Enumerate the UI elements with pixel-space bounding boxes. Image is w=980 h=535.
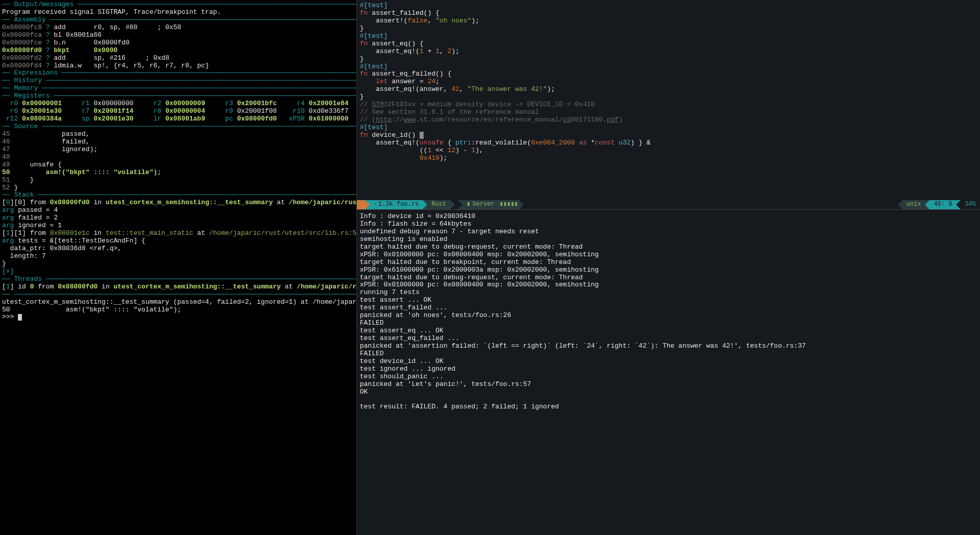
chevron-right-icon — [423, 200, 427, 209]
editor-line: #[test] — [360, 33, 977, 40]
editor-line: } — [360, 93, 977, 101]
output-text: Program received signal SIGTRAP, Trace/b… — [2, 9, 354, 16]
source-line: 51 } — [2, 177, 354, 184]
terminal-line — [360, 396, 977, 404]
editor-line: #[test] — [360, 124, 977, 132]
stack-var-len: length: 7 — [2, 253, 354, 260]
sl-encoding: unix — [902, 200, 925, 209]
chevron-right-icon — [519, 200, 524, 209]
editor-line: #[test] — [360, 63, 977, 71]
terminal-line: test assert_eq_failed ... — [360, 335, 977, 343]
stack-arg: arg ignored = 1 — [2, 222, 354, 230]
stack-var-close: } — [2, 260, 354, 268]
chevron-right-icon — [450, 200, 455, 209]
stack-frame-1: [1][1] from 0x08001e1c in test::test_mai… — [2, 230, 354, 237]
sl-position: 48: 0 — [929, 200, 956, 209]
terminal-line: xPSR: 0x01000000 pc: 0x08000400 msp: 0x2… — [360, 281, 977, 289]
sl-percent: 34% — [961, 200, 980, 209]
section-end-rule: ────────────────────────────────────────… — [2, 291, 354, 299]
chevron-right-icon — [365, 200, 370, 209]
openocd-terminal[interactable]: Info : device id = 0x20036410Info : flas… — [357, 209, 980, 535]
asm-line: 0x08000fca ? bl 0x8001a66 — [2, 32, 354, 39]
chevron-right-icon — [458, 200, 462, 209]
source-line: 50 asm!("bkpt" :::: "volatile"); — [2, 169, 354, 177]
terminal-line: panicked at 'assertion failed: `(left ==… — [360, 343, 977, 350]
source-line: 49 unsafe { — [2, 161, 354, 169]
stack-arg: arg failed = 2 — [2, 214, 354, 222]
source-line: 47 ignored); — [2, 146, 354, 154]
sl-server: ▮Server — [462, 200, 498, 209]
terminal-line: running 7 tests — [360, 289, 977, 297]
editor-line: fn assert_eq_failed() { — [360, 70, 977, 78]
sl-arrow-left — [357, 200, 365, 209]
asm-line: 0x08000fd0 ? bkpt 0x0000 — [2, 47, 354, 55]
terminal-line: FAILED — [360, 350, 977, 358]
section-history: History ────────────────────────────────… — [2, 77, 354, 85]
editor-line: fn device_id() — [360, 132, 977, 139]
editor-line: assert_eq!(unsafe { ptr::read_volatile(0… — [360, 139, 977, 147]
terminal-line: Info : flash size = 64kbytes — [360, 221, 977, 228]
editor-line: assert!(false, "oh noes"); — [360, 17, 977, 25]
editor-line: } — [360, 25, 977, 33]
chevron-left-icon — [956, 200, 961, 209]
terminal-line: semihosting is enabled — [360, 236, 977, 244]
section-stack: Stack ──────────────────────────────────… — [2, 191, 354, 199]
section-assembly: Assembly ───────────────────────────────… — [2, 16, 354, 24]
editor-line: // (http://www.st.com/resource/en/refere… — [360, 116, 977, 124]
editor-line: assert_eq!(1 + 1, 2); — [360, 48, 977, 56]
stack-arg: arg passed = 4 — [2, 207, 354, 214]
editor-line: #[test] — [360, 2, 977, 10]
terminal-line: Info : device id = 0x20036410 — [360, 213, 977, 221]
thread-row: [1] id 0 from 0x08000fd0 in utest_cortex… — [2, 283, 354, 291]
editor-line: fn assert_failed() { — [360, 10, 977, 17]
sl-lang: Rust — [427, 200, 450, 209]
section-output: Output/messages ────────────────────────… — [2, 1, 354, 9]
asm-line: 0x08000fce ? b.n 0x8000fd0 — [2, 39, 354, 47]
section-source: Source ─────────────────────────────────… — [2, 123, 354, 131]
gdb-dashboard: Output/messages ────────────────────────… — [0, 0, 356, 535]
right-pane: #[test]fn assert_failed() { assert!(fals… — [356, 0, 980, 535]
asm-line: 0x08000fd4 ? ldmia.w sp!, {r4, r5, r6, r… — [2, 62, 354, 70]
register-row: r0 0x00000001 r1 0x00000000 r2 0x0000000… — [2, 100, 354, 108]
terminal-line: test device_id ... OK — [360, 358, 977, 366]
editor-line: // See section 31.6.1 of the reference m… — [360, 109, 977, 116]
editor-line: } — [360, 56, 977, 63]
terminal-line: test result: FAILED. 4 passed; 2 failed;… — [360, 403, 977, 411]
register-row: r12 0x0800384a sp 0x20001e30 lr 0x08001a… — [2, 115, 354, 123]
source-line: 45 passed, — [2, 131, 354, 138]
editor-line: fn assert_eq() { — [360, 40, 977, 48]
terminal-line: test ignored ... ignored — [360, 366, 977, 373]
sl-indicators: ▮▮▮▮▮ — [499, 200, 519, 209]
terminal-line: target halted due to debug-request, curr… — [360, 274, 977, 282]
section-memory: Memory ─────────────────────────────────… — [2, 85, 354, 92]
terminal-line: target halted due to breakpoint, current… — [360, 259, 977, 266]
register-row: r6 0x20001e30 r7 0x20001f14 r8 0x0000000… — [2, 108, 354, 115]
footer-line-1: 50 asm!("bkpt" :::: "volatile"); — [2, 306, 354, 314]
gdb-prompt[interactable]: >>> — [2, 313, 354, 321]
terminal-line: test assert_failed ... — [360, 304, 977, 312]
editor-line: let answer = 24; — [360, 78, 977, 86]
stack-var-dp: data_ptr: 0x80036d8 <ref.q>, — [2, 245, 354, 253]
terminal-line: target halted due to debug-request, curr… — [360, 244, 977, 251]
editor-statusline: - 1.3k foo.rs Rust ▮Server ▮▮▮▮▮ unix 48… — [357, 200, 980, 209]
footer-line-0: utest_cortex_m_semihosting::__test_summa… — [2, 299, 354, 306]
terminal-line: undefined debug reason 7 - target needs … — [360, 228, 977, 236]
sl-file: - 1.3k foo.rs — [370, 200, 423, 209]
code-editor[interactable]: #[test]fn assert_failed() { assert!(fals… — [357, 0, 980, 200]
terminal-line: test assert_eq ... OK — [360, 327, 977, 335]
terminal-line: OK — [360, 388, 977, 396]
asm-line: 0x08000fc8 ? add r0, sp, #88 ; 0x58 — [2, 24, 354, 32]
terminal-line: xPSR: 0x01000000 pc: 0x08000400 msp: 0x2… — [360, 251, 977, 259]
source-line: 48 — [2, 154, 354, 161]
terminal-line: test assert ... OK — [360, 297, 977, 304]
chevron-left-icon — [898, 200, 902, 209]
source-list: 45 passed,46 failed,47 ignored);48 49 un… — [2, 131, 354, 192]
source-line: 46 failed, — [2, 138, 354, 146]
stack-frame-0: [0][0] from 0x08000fd0 in utest_cortex_m… — [2, 199, 354, 207]
stack-more[interactable]: [+] — [2, 268, 354, 276]
section-threads: Threads ────────────────────────────────… — [2, 276, 354, 283]
section-registers: Registers ──────────────────────────────… — [2, 92, 354, 100]
terminal-line: xPSR: 0x61000000 pc: 0x2000003a msp: 0x2… — [360, 266, 977, 274]
section-expressions: Expressions ────────────────────────────… — [2, 69, 354, 77]
terminal-line: panicked at 'Let's panic!', tests/foo.rs… — [360, 381, 977, 388]
